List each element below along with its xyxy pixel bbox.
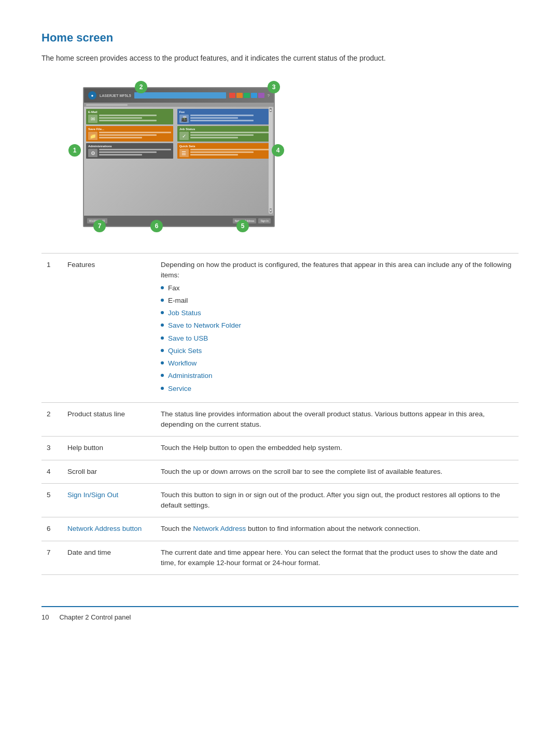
row-5-num: 5 (41, 483, 62, 517)
row-1-num: 1 (41, 254, 62, 403)
row-6-num: 6 (41, 517, 62, 541)
table-row-4: 4 Scroll bar Touch the up or down arrows… (41, 460, 519, 483)
bullet-dot (161, 311, 164, 314)
list-item-administration: Administration (161, 371, 513, 381)
bullet-dot (161, 324, 164, 327)
row-6-label: Network Address button (62, 517, 156, 541)
bullet-dot (161, 349, 164, 352)
row-4-num: 4 (41, 460, 62, 483)
callout-7: 7 (93, 220, 106, 232)
bullet-dot (161, 336, 164, 340)
screen-mockup: ● LASERJET MF5L5 ? E-Mail (83, 87, 275, 227)
features-list: Fax E-mail Job Status Save to Network Fo… (161, 281, 513, 394)
row-4-desc: Touch the up or down arrows on the scrol… (156, 460, 519, 483)
screenshot-container: 1 2 3 4 ● LASERJET MF5L5 ? (73, 77, 290, 237)
intro-text: The home screen provides access to the p… (41, 54, 487, 62)
table-row-7: 7 Date and time The current date and tim… (41, 541, 519, 575)
callout-5: 5 (236, 220, 249, 232)
list-item-fax: Fax (161, 283, 513, 293)
bullet-dot (161, 374, 164, 377)
list-item-saveusb: Save to USB (161, 333, 513, 344)
bullet-dot (161, 361, 164, 364)
footer-chapter: Chapter 2 Control panel (59, 613, 131, 621)
table-row-6: 6 Network Address button Touch the Netwo… (41, 517, 519, 541)
bullet-dot (161, 286, 164, 289)
features-table: 1 Features Depending on how the product … (41, 253, 519, 575)
list-item-quicksets: Quick Sets (161, 346, 513, 356)
table-row-2: 2 Product status line The status line pr… (41, 402, 519, 437)
row-5-desc: Touch this button to sign in or sign out… (156, 483, 519, 517)
row-5-label: Sign In/Sign Out (62, 483, 156, 517)
callout-1: 1 (68, 144, 81, 157)
bullet-dot (161, 387, 164, 390)
row-3-label: Help button (62, 437, 156, 460)
footer: 10 Chapter 2 Control panel (41, 606, 519, 621)
row-6-desc: Touch the Network Address button to find… (156, 517, 519, 541)
list-item-email: E-mail (161, 296, 513, 306)
row-7-num: 7 (41, 541, 62, 575)
list-item-workflow: Workflow (161, 358, 513, 369)
footer-page-num: 10 (41, 613, 49, 621)
row-7-label: Date and time (62, 541, 156, 575)
row-2-label: Product status line (62, 402, 156, 437)
row-4-label: Scroll bar (62, 460, 156, 483)
row-7-desc: The current date and time appear here. Y… (156, 541, 519, 575)
callout-3: 3 (268, 81, 280, 93)
list-item-savenetwork: Save to Network Folder (161, 320, 513, 331)
callout-2: 2 (135, 81, 147, 93)
list-item-service: Service (161, 384, 513, 394)
row-1-label: Features (62, 254, 156, 403)
callout-6: 6 (150, 220, 163, 232)
row-1-desc: Depending on how the product is configur… (156, 254, 519, 403)
callout-4: 4 (272, 144, 284, 157)
table-row-5: 5 Sign In/Sign Out Touch this button to … (41, 483, 519, 517)
table-row-1: 1 Features Depending on how the product … (41, 254, 519, 403)
bullet-dot (161, 299, 164, 302)
hp-logo: ● (88, 91, 96, 100)
table-row-3: 3 Help button Touch the Help button to o… (41, 437, 519, 460)
row-3-desc: Touch the Help button to open the embedd… (156, 437, 519, 460)
row-3-num: 3 (41, 437, 62, 460)
page-title: Home screen (41, 31, 519, 45)
list-item-jobstatus: Job Status (161, 308, 513, 318)
row-2-num: 2 (41, 402, 62, 437)
row-2-desc: The status line provides information abo… (156, 402, 519, 437)
